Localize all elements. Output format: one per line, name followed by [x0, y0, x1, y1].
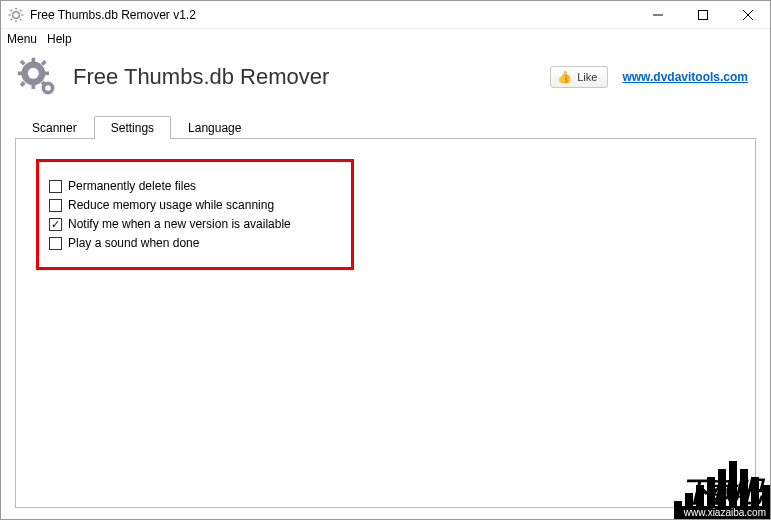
tab-content-settings: Permanently delete files Reduce memory u…: [15, 138, 756, 508]
like-button[interactable]: 👍 Like: [550, 66, 608, 88]
minimize-button[interactable]: [635, 1, 680, 28]
svg-rect-20: [20, 81, 26, 87]
svg-rect-17: [43, 72, 49, 76]
like-label: Like: [577, 71, 597, 83]
titlebar: Free Thumbs.db Remover v1.2: [1, 1, 770, 29]
option-label: Notify me when a new version is availabl…: [68, 217, 291, 231]
menu-menu[interactable]: Menu: [7, 32, 37, 46]
app-gear-icon: [8, 7, 24, 23]
svg-point-0: [13, 11, 20, 18]
logo-gear-icon: [15, 55, 59, 99]
option-notify-new-version[interactable]: Notify me when a new version is availabl…: [49, 217, 291, 231]
window-buttons: [635, 1, 770, 28]
menubar: Menu Help: [1, 29, 770, 49]
svg-point-24: [45, 85, 51, 91]
option-label: Permanently delete files: [68, 179, 196, 193]
svg-line-5: [11, 9, 12, 10]
checkbox-icon[interactable]: [49, 237, 62, 250]
window-title: Free Thumbs.db Remover v1.2: [30, 8, 635, 22]
tab-settings[interactable]: Settings: [94, 116, 171, 139]
svg-line-7: [11, 19, 12, 20]
checkbox-icon[interactable]: [49, 180, 62, 193]
close-button[interactable]: [725, 1, 770, 28]
highlight-box: Permanently delete files Reduce memory u…: [36, 159, 354, 270]
svg-rect-14: [32, 58, 36, 64]
tab-scanner[interactable]: Scanner: [15, 116, 94, 139]
option-label: Reduce memory usage while scanning: [68, 198, 274, 212]
app-title: Free Thumbs.db Remover: [73, 64, 550, 90]
svg-rect-10: [698, 10, 707, 19]
header: Free Thumbs.db Remover 👍 Like www.dvdavi…: [1, 49, 770, 109]
option-play-sound[interactable]: Play a sound when done: [49, 236, 291, 250]
option-permanently-delete[interactable]: Permanently delete files: [49, 179, 291, 193]
menu-help[interactable]: Help: [47, 32, 72, 46]
checkbox-icon[interactable]: [49, 199, 62, 212]
svg-rect-16: [18, 72, 24, 76]
svg-line-8: [20, 9, 21, 10]
svg-rect-15: [32, 83, 36, 89]
svg-rect-18: [20, 60, 26, 66]
tab-strip: Scanner Settings Language: [15, 115, 756, 138]
svg-line-6: [20, 19, 21, 20]
svg-point-22: [28, 68, 39, 79]
option-reduce-memory[interactable]: Reduce memory usage while scanning: [49, 198, 291, 212]
checkbox-icon[interactable]: [49, 218, 62, 231]
option-label: Play a sound when done: [68, 236, 199, 250]
site-link[interactable]: www.dvdavitools.com: [622, 70, 748, 84]
maximize-button[interactable]: [680, 1, 725, 28]
thumbs-up-icon: 👍: [557, 70, 572, 84]
tab-language[interactable]: Language: [171, 116, 258, 139]
tab-area: Scanner Settings Language Permanently de…: [15, 115, 756, 515]
